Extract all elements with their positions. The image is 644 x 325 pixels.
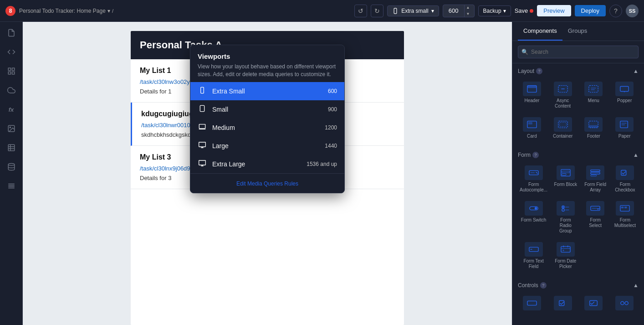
svg-line-46 [536,172,537,174]
component-form-date-picker-label: Form Date Picker [554,258,577,269]
svg-rect-28 [527,86,537,88]
filter-icon[interactable] [6,181,17,191]
popup-footer: Edit Media Queries Rules [190,173,344,193]
component-form-field-array[interactable]: Form Field Array [582,163,608,196]
undo-button[interactable]: ↺ [354,5,367,17]
canvas-area[interactable]: Personal Tasks A My List 1 /task/cl30lnw… [23,22,512,325]
component-control-2[interactable] [549,293,577,315]
component-menu-label: Menu [588,98,599,103]
viewport-selector[interactable]: Extra small ▾ [387,5,439,16]
component-container[interactable]: Container [549,114,577,142]
size-down-button[interactable]: ▼ [465,11,472,17]
svg-rect-5 [12,72,14,74]
component-control-4[interactable] [610,293,639,315]
sidebar-tabs: Components Groups [512,22,644,41]
component-form-radio-group[interactable]: Form Radio Group [552,198,579,237]
svg-point-57 [562,206,564,208]
component-form-text-field-label: Form Text Field [520,258,547,269]
component-paper[interactable]: Paper [610,114,639,142]
preview-button[interactable]: Preview [537,5,571,16]
backup-button[interactable]: Backup ▾ [478,5,511,16]
svg-point-12 [8,164,15,166]
search-input[interactable] [518,46,639,58]
component-async-content[interactable]: Async Content [549,79,577,112]
database-icon[interactable] [6,161,17,172]
viewport-popup: Viewports View how your layout behave ba… [190,45,345,193]
layout-help-icon[interactable]: ? [536,68,542,74]
component-control-3[interactable] [580,293,608,315]
controls-section: Controls ? ▲ [512,278,644,320]
tab-groups[interactable]: Groups [562,22,593,41]
laptop-icon [198,123,207,132]
viewport-extra-small[interactable]: Extra Small 600 [190,82,344,100]
component-header-label: Header [524,98,539,103]
svg-point-59 [562,209,565,212]
component-form-autocomplete-label: Form Autocomple... [520,182,547,193]
component-form-block[interactable]: Form Block [552,163,579,196]
pages-icon[interactable] [6,27,17,38]
component-form-text-field[interactable]: Form Text Field [518,239,549,272]
svg-point-77 [625,301,628,304]
image-icon[interactable] [6,123,17,134]
svg-rect-4 [8,72,10,74]
layout-section-title: Layout [518,68,534,74]
redo-button[interactable]: ↻ [371,5,383,17]
svg-point-7 [10,127,10,128]
svg-rect-40 [589,125,598,128]
form-section-toggle[interactable]: ▲ [633,152,639,158]
popup-header: Viewports View how your layout behave ba… [190,45,344,82]
table-icon[interactable] [6,142,17,153]
controls-help-icon[interactable]: ? [540,282,547,289]
component-form-switch[interactable]: Form Switch [518,198,549,237]
component-form-date-picker[interactable]: Form Date Picker [552,239,579,272]
controls-section-toggle[interactable]: ▲ [633,282,639,289]
svg-rect-74 [559,301,564,306]
svg-rect-17 [201,87,204,93]
component-card[interactable]: Card [518,114,546,142]
component-popper-label: Popper [617,98,632,103]
svg-rect-2 [8,68,10,70]
function-icon[interactable]: fx [6,104,17,115]
form-section: Form ? ▲ Form Autocomple... [512,147,644,278]
edit-media-queries-link[interactable]: Edit Media Queries Rules [236,181,298,187]
component-form-multiselect[interactable]: Form Multiselect [612,198,639,237]
component-form-switch-label: Form Switch [521,217,547,223]
desktop-icon [198,141,207,150]
component-form-select[interactable]: Form Select [582,198,608,237]
project-title: Personal Todo Tracker: Home Page ▾ / [19,8,113,14]
code-icon[interactable] [6,46,17,57]
viewport-small[interactable]: Small 900 [190,100,344,119]
svg-rect-68 [561,247,570,253]
tab-components[interactable]: Components [518,22,562,41]
svg-rect-21 [199,142,206,147]
component-footer[interactable]: Footer [580,114,608,142]
svg-rect-41 [620,121,628,128]
viewport-medium[interactable]: Medium 1200 [190,119,344,137]
size-up-button[interactable]: ▲ [465,5,472,11]
help-button[interactable]: ? [609,5,622,17]
component-menu[interactable]: Menu [580,79,608,112]
viewport-large[interactable]: Large 1440 [190,137,344,155]
component-footer-label: Footer [587,134,600,139]
layout-section-toggle[interactable]: ▲ [633,68,639,74]
popup-title: Viewports [198,52,337,60]
tablet-icon [198,105,207,114]
form-help-icon[interactable]: ? [532,152,539,158]
avatar: SS [626,5,639,17]
save-button[interactable]: Save [515,7,534,14]
mobile-icon [392,8,399,14]
main-area: fx Personal Tasks A My List 1 /task/cl [0,22,644,325]
svg-rect-3 [12,68,14,70]
deploy-button[interactable]: Deploy [575,5,606,16]
component-form-checkbox[interactable]: Form Checkbox [612,163,639,196]
component-form-autocomplete[interactable]: Form Autocomple... [518,163,549,196]
component-header[interactable]: Header [518,79,546,112]
components-icon[interactable] [6,66,17,77]
component-popper[interactable]: Popper [610,79,639,112]
viewport-extra-large[interactable]: Extra Large 1536 and up [190,155,344,173]
component-control-1[interactable] [518,293,546,315]
component-form-checkbox-label: Form Checkbox [613,182,637,193]
size-input[interactable] [443,7,464,14]
svg-rect-49 [562,174,566,175]
cloud-icon[interactable] [6,85,17,96]
